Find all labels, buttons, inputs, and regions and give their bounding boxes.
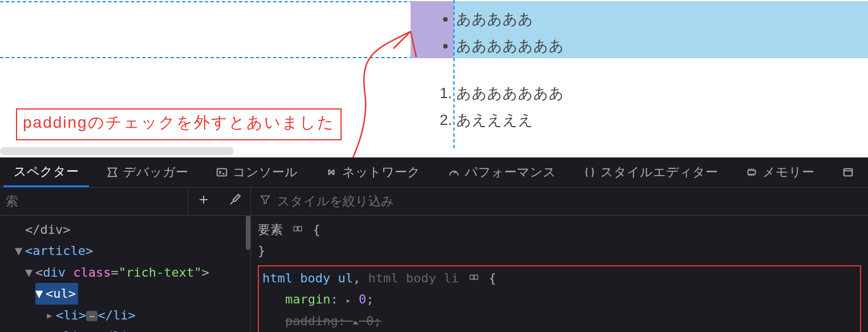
memory-icon — [745, 166, 758, 179]
rules-panel[interactable]: 要素 { } html body ul, html body li { marg… — [251, 216, 868, 332]
eyedropper-button[interactable] — [228, 193, 242, 210]
tab-debugger[interactable]: デバッガー — [96, 157, 198, 187]
tab-console[interactable]: コンソール — [205, 157, 308, 187]
svg-rect-1 — [217, 169, 227, 176]
rule-selector[interactable]: html body ul, html body li { — [262, 268, 857, 289]
tab-performance[interactable]: パフォーマンス — [437, 157, 566, 187]
rule-brace-close: } — [258, 240, 861, 261]
rules-filter[interactable]: スタイルを絞り込み — [251, 188, 868, 215]
dom-node-selected[interactable]: ▼<ul> — [5, 283, 246, 304]
search-placeholder: 索 — [6, 193, 18, 210]
svg-rect-7 — [474, 275, 477, 280]
scrollbar-thumb[interactable] — [246, 216, 250, 250]
devtools-panel: スペクター デバッガー コンソール ネットワーク パフォーマンス — [0, 157, 868, 332]
tab-label: パフォーマンス — [465, 164, 556, 181]
collapsed-icon: ⋯ — [86, 311, 98, 321]
annotation-text: paddingのチェックを外すとあいました — [23, 114, 335, 131]
devtools-body: </div> ▼<article> ▼<div class="rich-text… — [0, 216, 868, 332]
horizontal-scrollbar[interactable] — [0, 147, 234, 155]
markup-search[interactable]: 索 — [0, 188, 188, 215]
list-item: あええええ — [456, 107, 564, 133]
dom-node[interactable]: </div> — [5, 219, 246, 240]
dom-node[interactable]: ▸<li>⋯</li> — [5, 305, 246, 326]
tab-label: ネットワーク — [342, 164, 420, 181]
inspected-ul: あああああ あああああああ — [433, 6, 564, 59]
css-rule: html body ul, html body li { margin: ▸ 0… — [258, 265, 861, 332]
svg-rect-3 — [844, 169, 853, 176]
more-panel-icon — [842, 166, 854, 179]
element-rule-heading: 要素 { — [258, 219, 861, 240]
devtools-tabbar: スペクター デバッガー コンソール ネットワーク パフォーマンス — [0, 157, 868, 187]
svg-marker-0 — [108, 168, 117, 177]
inspected-page: あああああ あああああああ あああああああ あええええ paddingのチェック… — [0, 0, 868, 148]
filter-placeholder: スタイルを絞り込み — [277, 193, 394, 210]
markup-panel[interactable]: </div> ▼<article> ▼<div class="rich-text… — [0, 216, 251, 332]
list-item: あああああ — [456, 6, 564, 33]
dom-node[interactable]: ▸<li>⋯</li> — [5, 326, 246, 332]
tab-network[interactable]: ネットワーク — [315, 157, 431, 187]
inspected-ol: あああああああ あええええ — [433, 80, 564, 133]
performance-icon — [448, 166, 460, 179]
tab-label: スペクター — [14, 163, 79, 180]
dom-node[interactable]: ▼<div class="rich-text"> — [5, 262, 246, 283]
svg-rect-2 — [748, 170, 756, 174]
flex-highlight-icon[interactable] — [469, 271, 486, 285]
tab-label: スタイルエディター — [601, 164, 718, 181]
tab-more[interactable] — [832, 157, 865, 187]
style-editor-icon — [583, 166, 596, 179]
svg-rect-4 — [294, 226, 298, 231]
filter-icon — [259, 193, 271, 209]
dom-node[interactable]: ▼<article> — [5, 240, 246, 261]
user-annotation: paddingのチェックを外すとあいました — [16, 108, 342, 140]
debugger-icon — [106, 166, 119, 179]
tab-style-editor[interactable]: スタイルエディター — [573, 157, 728, 187]
tab-memory[interactable]: メモリー — [735, 157, 825, 187]
list-item: あああああああ — [456, 33, 564, 59]
flex-highlight-icon[interactable] — [293, 222, 310, 237]
add-rule-button[interactable] — [197, 193, 210, 210]
console-icon — [216, 166, 228, 179]
css-declaration[interactable]: margin: ▸ 0; — [262, 289, 857, 310]
list-item: あああああああ — [456, 80, 564, 107]
tab-inspector[interactable]: スペクター — [3, 157, 89, 187]
css-declaration-disabled[interactable]: padding: ▸ 0; — [262, 310, 857, 331]
tab-label: メモリー — [762, 164, 814, 181]
devtools-secondary-bar: 索 スタイルを絞り込み — [0, 187, 868, 216]
tab-label: コンソール — [233, 164, 298, 181]
network-icon — [325, 166, 338, 179]
svg-rect-6 — [470, 275, 473, 280]
tab-label: デバッガー — [123, 164, 188, 181]
svg-rect-5 — [298, 226, 302, 231]
